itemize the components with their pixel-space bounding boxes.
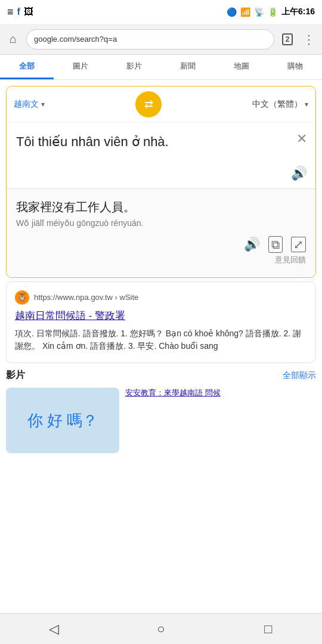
target-lang-button[interactable]: 中文（繁體） ▾ bbox=[252, 99, 308, 110]
result-title[interactable]: 越南日常問候語 - 警政署 bbox=[15, 309, 307, 323]
overflow-menu-icon: ⋮ bbox=[303, 32, 315, 47]
fullscreen-icon: ⤢ bbox=[291, 237, 306, 252]
result-source-row: 🦉 https://www.npa.gov.tw › wSite bbox=[15, 290, 307, 305]
tab-maps[interactable]: 地圖 bbox=[215, 55, 268, 79]
feedback-link[interactable]: 意見回饋 bbox=[16, 255, 306, 270]
nav-overview-button[interactable]: □ bbox=[250, 617, 286, 641]
translated-text-pinyin: Wǒ jiālǐ méiyǒu gōngzuò rényuán. bbox=[16, 218, 306, 230]
tabs-icon: 2 bbox=[282, 33, 293, 45]
menu-status-icon: ≡ bbox=[7, 6, 14, 18]
result-url: https://www.npa.gov.tw › wSite bbox=[34, 293, 138, 302]
status-time: 上午6:16 bbox=[281, 7, 315, 17]
tab-videos[interactable]: 影片 bbox=[107, 55, 161, 79]
videos-section-title: 影片 bbox=[6, 369, 25, 382]
tab-images[interactable]: 圖片 bbox=[54, 55, 107, 79]
fullscreen-button[interactable]: ⤢ bbox=[291, 237, 306, 252]
nav-home-button[interactable]: ○ bbox=[143, 617, 179, 641]
translated-text-main: 我家裡沒有工作人員。 bbox=[16, 199, 306, 215]
source-text[interactable]: Tôi thiếu nhân viên ở nhà. bbox=[16, 132, 284, 151]
copy-icon: ⧉ bbox=[268, 236, 283, 253]
video-thumbnail[interactable]: 你 好 嗎？ bbox=[6, 388, 119, 453]
translator-card: 越南文 ▾ ⇄ 中文（繁體） ▾ Tôi thiếu nhân viên ở n… bbox=[6, 86, 316, 278]
wifi-icon: 📶 bbox=[240, 7, 250, 17]
facebook-status-icon: f bbox=[17, 7, 20, 17]
audio-output-icon: 🔊 bbox=[244, 237, 260, 252]
videos-header: 影片 全部顯示 bbox=[6, 369, 316, 382]
battery-icon: 🔋 bbox=[268, 7, 278, 17]
result-snippet: 項次. 日常問候語. 語音撥放. 1. 您好嗎？ Bạn có khoẻ khô… bbox=[15, 327, 307, 353]
status-bar: ≡ f 🖼 🔵 📶 📡 🔋 上午6:16 bbox=[0, 0, 322, 24]
status-left-icons: ≡ f 🖼 bbox=[7, 6, 33, 18]
translation-output: 我家裡沒有工作人員。 Wǒ jiālǐ méiyǒu gōngzuò rényu… bbox=[7, 189, 315, 277]
url-bar[interactable]: google.com/search?q=a bbox=[26, 29, 274, 49]
tab-news[interactable]: 新聞 bbox=[161, 55, 215, 79]
video-card-row: 你 好 嗎？ 安安教育：來學越南語 問候 bbox=[6, 388, 316, 453]
source-lang-button[interactable]: 越南文 ▾ bbox=[14, 99, 45, 110]
favicon-icon: 🦉 bbox=[17, 293, 27, 302]
back-icon: ◁ bbox=[49, 621, 59, 637]
swap-icon: ⇄ bbox=[144, 98, 153, 111]
home-icon: ⌂ bbox=[10, 32, 17, 46]
source-lang-label: 越南文 bbox=[14, 99, 39, 110]
search-tabs-row: 全部 圖片 影片 新聞 地圖 購物 bbox=[0, 55, 322, 80]
audio-source-button[interactable]: 🔊 bbox=[291, 166, 307, 181]
video-thumbnail-text: 你 好 嗎？ bbox=[23, 405, 103, 436]
videos-show-all-button[interactable]: 全部顯示 bbox=[283, 370, 316, 381]
clear-button[interactable]: ✕ bbox=[296, 131, 307, 147]
audio-source-icon: 🔊 bbox=[291, 166, 307, 181]
result-favicon: 🦉 bbox=[15, 290, 29, 305]
home-nav-icon: ○ bbox=[157, 621, 165, 637]
browser-home-button[interactable]: ⌂ bbox=[5, 31, 21, 48]
search-result-card: 🦉 https://www.npa.gov.tw › wSite 越南日常問候語… bbox=[6, 281, 316, 363]
bottom-navigation: ◁ ○ □ bbox=[0, 613, 322, 644]
nav-back-button[interactable]: ◁ bbox=[36, 617, 72, 641]
swap-icon-wrap: ⇄ bbox=[45, 91, 252, 117]
swap-languages-button[interactable]: ⇄ bbox=[135, 91, 162, 117]
source-text-area: Tôi thiếu nhân viên ở nhà. ✕ 🔊 bbox=[7, 123, 315, 188]
overview-icon: □ bbox=[264, 621, 272, 637]
bluetooth-icon: 🔵 bbox=[227, 7, 237, 17]
url-text: google.com/search?q=a bbox=[34, 35, 117, 44]
signal-icon: 📡 bbox=[254, 7, 264, 17]
output-actions-row: 🔊 ⧉ ⤢ bbox=[16, 237, 306, 255]
lang-selector-row: 越南文 ▾ ⇄ 中文（繁體） ▾ bbox=[7, 86, 315, 123]
tab-all[interactable]: 全部 bbox=[0, 55, 54, 79]
status-right-icons: 🔵 📶 📡 🔋 上午6:16 bbox=[227, 7, 315, 17]
browser-menu-button[interactable]: ⋮ bbox=[301, 31, 317, 48]
target-lang-label: 中文（繁體） bbox=[252, 99, 302, 110]
clear-icon: ✕ bbox=[296, 131, 307, 146]
audio-output-button[interactable]: 🔊 bbox=[244, 237, 260, 252]
target-lang-chevron: ▾ bbox=[305, 100, 308, 109]
browser-bar: ⌂ google.com/search?q=a 2 ⋮ bbox=[0, 24, 322, 55]
video-channel-link[interactable]: 安安教育：來學越南語 問候 bbox=[125, 388, 316, 398]
video-info: 安安教育：來學越南語 問候 bbox=[125, 388, 316, 453]
tab-shopping[interactable]: 購物 bbox=[268, 55, 322, 79]
copy-translation-button[interactable]: ⧉ bbox=[268, 237, 283, 252]
photo-status-icon: 🖼 bbox=[24, 7, 33, 17]
browser-tabs-button[interactable]: 2 bbox=[279, 31, 296, 48]
videos-section: 影片 全部顯示 你 好 嗎？ 安安教育：來學越南語 問候 bbox=[6, 369, 316, 453]
feedback-label: 意見回饋 bbox=[275, 255, 306, 265]
